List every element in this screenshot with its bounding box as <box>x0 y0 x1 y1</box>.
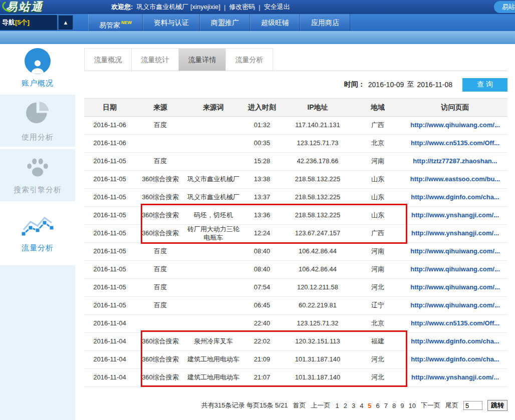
visited-page-link[interactable]: http://www.dginfo.com/cha... <box>411 355 499 363</box>
nav-item-alliance-promo[interactable]: 商盟推广 <box>200 14 250 31</box>
jump-page-input[interactable] <box>463 401 482 410</box>
cell-visited-page: http://www.cn5135.com/Off... <box>403 135 507 153</box>
page-number[interactable]: 7 <box>384 402 388 409</box>
table-row: 2016-11-05360综合搜索码坯，切坯机13:36218.58.132.2… <box>84 207 507 225</box>
collapse-arrow-button[interactable]: ▲ <box>58 15 73 30</box>
visited-page-link[interactable]: http://www.qihuiwang.com/... <box>410 265 500 273</box>
cell-visited-page: http://www.dginfo.com/cha... <box>403 189 507 207</box>
tab-traffic-stats[interactable]: 流量统计 <box>131 48 179 71</box>
cell-entry-time: 15:28 <box>241 153 283 171</box>
visited-page-link[interactable]: http://www.qihuiwang.com/... <box>410 247 500 255</box>
cell-ip-address: 117.140.21.131 <box>283 117 353 135</box>
visited-page-link[interactable]: http://www.cn5135.com/Off... <box>411 319 499 327</box>
cell-source: 百度 <box>135 297 185 315</box>
sidebar-item-account-overview[interactable]: 账户概况 <box>0 44 75 92</box>
nav-item-super-shop[interactable]: 超级旺铺 <box>250 14 300 31</box>
nav-item-credentials[interactable]: 资料与认证 <box>143 14 200 31</box>
cell-visited-page: http://www.dginfo.com/cha... <box>403 351 507 369</box>
visited-page-link[interactable]: http://www.cn5135.com/Off... <box>411 139 499 147</box>
visited-page-link[interactable]: http://www.qihuiwang.com/... <box>410 283 500 291</box>
jump-button[interactable]: 跳转 <box>487 400 507 411</box>
prev-page-link[interactable]: 上一页 <box>311 401 330 410</box>
cell-entry-time: 13:38 <box>241 171 283 189</box>
corner-shortcut-button[interactable]: 易站 <box>494 1 515 13</box>
visited-page-link[interactable]: http://www.dginfo.com/cha... <box>411 337 499 345</box>
cell-keyword <box>185 153 241 171</box>
page-number[interactable]: 10 <box>409 402 416 409</box>
quick-nav-label[interactable]: 导航[5个] <box>0 15 57 30</box>
cell-region: 北京 <box>353 315 403 333</box>
sidebar-item-usage-analysis[interactable]: 使用分析 <box>0 95 75 147</box>
sidebar-item-label: 账户概况 <box>22 79 54 88</box>
column-header: 来源词 <box>185 99 241 117</box>
cell-keyword: 建筑工地用电动车 <box>185 351 241 369</box>
page-number[interactable]: 4 <box>360 402 363 409</box>
visited-page-link[interactable]: http://www.qihuiwang.com/... <box>410 301 500 309</box>
cell-entry-time: 13:36 <box>241 207 283 225</box>
cell-source: 360综合搜索 <box>135 333 185 351</box>
sidebar-filler <box>0 265 75 420</box>
page-number[interactable]: 6 <box>376 402 380 409</box>
page-number[interactable]: 8 <box>392 402 396 409</box>
next-page-link[interactable]: 下一页 <box>421 401 440 410</box>
column-header: 访问页面 <box>403 99 507 117</box>
tab-traffic-analysis[interactable]: 流量分析 <box>225 48 273 71</box>
cell-keyword: 巩义市鑫业机械厂 <box>185 189 241 207</box>
to-label: 至 <box>407 80 414 89</box>
company-name: 巩义市鑫业机械厂 [xinyejixie] <box>136 3 220 12</box>
visited-page-link[interactable]: http://tztz77287.zhaoshan... <box>413 157 497 165</box>
nav-item-app-store[interactable]: 应用商店 <box>300 14 350 31</box>
page-number[interactable]: 3 <box>352 402 355 409</box>
tab-traffic-detail[interactable]: 流量详情 <box>178 48 226 71</box>
nav-item-yiguanjia[interactable]: 易管家NEW <box>88 14 143 31</box>
visited-page-link[interactable]: http://www.ynshangji.com/... <box>411 373 499 381</box>
last-page-link[interactable]: 尾页 <box>445 401 458 410</box>
cell-date: 2016-11-05 <box>84 189 135 207</box>
table-header-row: 日期来源来源词进入时刻IP地址地域访问页面 <box>84 99 507 117</box>
cell-source <box>135 315 185 333</box>
cell-region: 广西 <box>353 117 403 135</box>
cell-entry-time: 21:07 <box>241 369 283 387</box>
table-row: 2016-11-05百度06:4560.22.219.81辽宁http://ww… <box>84 297 507 315</box>
cell-date: 2016-11-05 <box>84 153 135 171</box>
logout-link[interactable]: 安全退出 <box>264 3 290 12</box>
change-password-link[interactable]: 修改密码 <box>229 3 255 12</box>
end-date-field[interactable]: 2016-11-08 <box>417 81 452 89</box>
cell-visited-page: http://www.qihuiwang.com/... <box>403 243 507 261</box>
table-row: 2016-11-04360综合搜索建筑工地用电动车21:07101.31.187… <box>84 369 507 387</box>
visited-page-link[interactable]: http://www.eastsoo.com/bu... <box>410 175 500 183</box>
tab-traffic-overview[interactable]: 流量概况 <box>84 48 132 71</box>
cell-source: 百度 <box>135 243 185 261</box>
page-number[interactable]: 9 <box>400 402 404 409</box>
visited-page-link[interactable]: http://www.ynshangji.com/... <box>411 229 499 237</box>
start-date-field[interactable]: 2016-10-09 <box>368 81 404 89</box>
cell-visited-page: http://www.qihuiwang.com/... <box>403 261 507 279</box>
visited-page-link[interactable]: http://www.dginfo.com/cha... <box>411 193 499 201</box>
cell-entry-time: 00:35 <box>241 135 283 153</box>
traffic-table: 日期来源来源词进入时刻IP地址地域访问页面 2016-11-06百度01:321… <box>84 98 507 387</box>
sidebar-item-label: 使用分析 <box>22 133 54 142</box>
visited-page-link[interactable]: http://www.qihuiwang.com/... <box>410 121 500 129</box>
cell-region: 河北 <box>353 279 403 297</box>
cell-date: 2016-11-04 <box>84 315 135 333</box>
cell-date: 2016-11-05 <box>84 171 135 189</box>
nav-item-label: 应用商店 <box>311 19 339 27</box>
sidebar-item-label: 流量分析 <box>22 243 54 253</box>
page-number[interactable]: 2 <box>344 402 347 409</box>
quick-nav-dropdown: 导航[5个] ▲ <box>0 15 73 30</box>
cell-date: 2016-11-04 <box>84 369 135 387</box>
cell-ip-address: 123.67.247.157 <box>283 225 353 243</box>
top-bar: 易站通 欢迎您: 巩义市鑫业机械厂 [xinyejixie] | 修改密码 | … <box>0 0 515 14</box>
cell-keyword <box>185 135 241 153</box>
sidebar-item-search-engine-analysis[interactable]: 搜索引擎分析 <box>0 149 75 201</box>
query-button[interactable]: 查 询 <box>462 78 507 92</box>
sidebar-item-traffic-analysis[interactable]: 流量分析 <box>0 204 75 263</box>
cell-region: 河南 <box>353 261 403 279</box>
first-page-link[interactable]: 首页 <box>293 401 306 410</box>
cell-source: 360综合搜索 <box>135 369 185 387</box>
page-number[interactable]: 1 <box>335 402 339 409</box>
page-number[interactable]: 5 <box>368 402 371 409</box>
visited-page-link[interactable]: http://www.ynshangji.com/... <box>411 211 499 219</box>
column-header: 日期 <box>84 99 135 117</box>
cell-source: 360综合搜索 <box>135 225 185 243</box>
